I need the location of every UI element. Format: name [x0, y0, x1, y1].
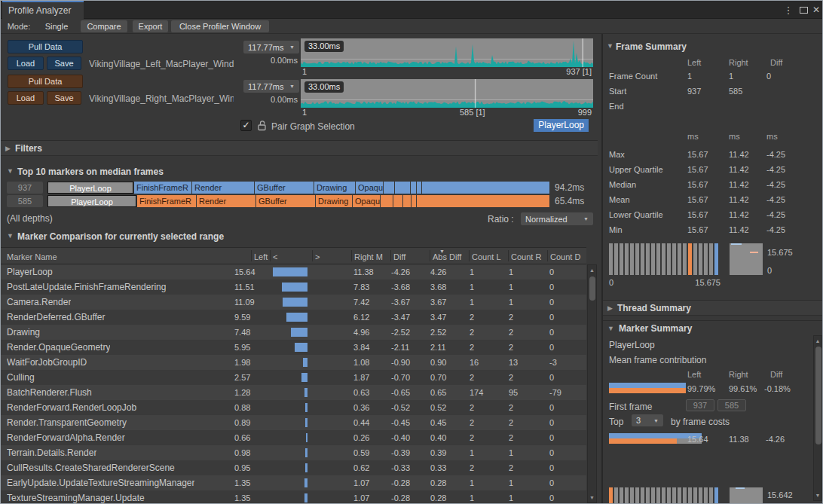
pull-data-right-button[interactable]: Pull Data	[8, 75, 83, 88]
table-row[interactable]: PlayerLoop15.6411.38-4.264.26110	[1, 264, 586, 279]
right-range-dropdown[interactable]: 117.77ms▼	[243, 80, 299, 93]
col-abs-diff[interactable]: Abs Diff	[433, 252, 461, 261]
table-row[interactable]: Drawing7.484.96-2.522.52220	[1, 325, 586, 340]
marker-segment-PlayerLoop[interactable]: PlayerLoop	[47, 195, 136, 207]
col-left-bar[interactable]: <	[273, 252, 277, 261]
marker-segment[interactable]	[412, 195, 416, 207]
table-row[interactable]: PostLateUpdate.FinishFrameRendering11.51…	[1, 279, 586, 295]
left-range-dropdown[interactable]: 117.77ms▼	[243, 41, 299, 53]
histogram-bar	[656, 487, 660, 503]
table-row[interactable]: RenderForward.RenderLoopJob0.880.36-0.52…	[1, 400, 586, 415]
marker-segment-FinishFrameR[interactable]: FinishFrameR	[137, 195, 196, 207]
scrollbar-thumb[interactable]	[815, 347, 821, 444]
load-right-button[interactable]: Load	[8, 91, 44, 105]
first-frame-right-button[interactable]: 585	[717, 399, 746, 411]
marker-segment-PlayerLoop[interactable]: PlayerLoop	[47, 182, 133, 194]
marker-segment-FinishFrameR[interactable]: FinishFrameR	[134, 182, 191, 194]
unlock-icon[interactable]	[257, 119, 268, 131]
scroll-down-icon[interactable]: ▼	[588, 495, 596, 500]
left-frame-graph[interactable]: 33.00ms	[301, 38, 593, 67]
mode-compare-button[interactable]: Compare	[81, 20, 127, 32]
thread-summary-foldout[interactable]: ▶ Thread Summary	[603, 300, 822, 316]
close-profiler-window-button[interactable]: Close Profiler Window	[171, 20, 269, 32]
window-menu-icon[interactable]: ⋮	[783, 3, 794, 17]
mode-single-button[interactable]: Single	[37, 20, 76, 32]
marker-segment[interactable]	[403, 195, 411, 207]
marker-segment[interactable]	[395, 182, 410, 194]
marker-segment-Opaqu[interactable]: Opaqu	[353, 195, 380, 207]
marker-segment-Drawing[interactable]: Drawing	[314, 182, 355, 194]
maximize-icon[interactable]	[797, 3, 809, 17]
table-row[interactable]: RenderForwardAlpha.Render0.660.26-0.400.…	[1, 430, 586, 445]
table-row[interactable]: CullResults.CreateSharedRendererScene0.9…	[1, 460, 586, 475]
table-row[interactable]: BatchRenderer.Flush1.280.63-0.650.651749…	[1, 385, 586, 400]
table-row[interactable]: RenderDeferred.GBuffer9.596.12-3.473.472…	[1, 310, 586, 325]
col-left-median[interactable]: Left Me	[254, 252, 268, 261]
col-count-diff[interactable]: Count D	[550, 252, 585, 261]
frame-index-badge[interactable]: 585	[7, 195, 43, 207]
frame-index-badge[interactable]: 937	[7, 182, 43, 194]
marker-segment-Render[interactable]: Render	[197, 195, 255, 207]
marker-segment[interactable]	[384, 182, 394, 194]
count-diff-value: 0	[549, 460, 554, 475]
first-frame-left-button[interactable]: 937	[686, 399, 714, 411]
save-left-button[interactable]: Save	[47, 57, 81, 70]
col-right-median[interactable]: Right M	[354, 252, 389, 261]
marker-segment[interactable]	[417, 195, 549, 207]
marker-segment[interactable]	[411, 182, 416, 194]
chevron-down-icon[interactable]: ▼	[607, 42, 613, 50]
marker-segment[interactable]	[417, 182, 421, 194]
marker-segment-Drawing[interactable]: Drawing	[316, 195, 352, 207]
table-row[interactable]: Render.TransparentGeometry0.890.44-0.450…	[1, 415, 586, 430]
chevron-down-icon[interactable]: ▼	[7, 167, 14, 175]
marker-segment-Render[interactable]: Render	[192, 182, 254, 194]
tab-profile-analyzer[interactable]: Profile Analyzer	[2, 1, 84, 19]
left-median-bar	[304, 388, 307, 397]
marker-segment-GBuffer[interactable]: GBuffer	[256, 195, 315, 207]
table-row[interactable]: TextureStreamingManager.Update1.351.07-0…	[1, 490, 586, 503]
count-left-value: 1	[470, 445, 474, 460]
scroll-up-icon[interactable]: ▲	[588, 267, 596, 273]
col-count-left[interactable]: Count L	[472, 252, 506, 261]
table-row[interactable]: Camera.Render11.097.42-3.673.67110	[1, 295, 586, 310]
export-button[interactable]: Export	[133, 20, 168, 32]
right-frame-graph[interactable]: 33.00ms	[301, 79, 593, 108]
top-n-dropdown[interactable]: 3▼	[632, 414, 663, 426]
marker-name: Drawing	[7, 325, 40, 340]
scrollbar-thumb[interactable]	[589, 276, 595, 301]
ratio-dropdown[interactable]: Normalized▼	[521, 212, 593, 225]
count-right-value: 2	[509, 325, 513, 340]
table-row[interactable]: WaitForJobGroupID1.981.08-0.900.901613-3	[1, 355, 586, 370]
scroll-up-icon[interactable]: ▲	[814, 338, 821, 344]
pair-graph-checkbox[interactable]: ✓	[240, 120, 252, 131]
summary-scrollbar[interactable]: ▲ ▼	[813, 335, 822, 501]
marker-segment[interactable]	[393, 195, 402, 207]
top10-row[interactable]: 585PlayerLoopFinishFrameRRenderGBufferDr…	[1, 195, 584, 207]
scroll-down-icon[interactable]: ▼	[814, 493, 821, 498]
marker-segment[interactable]	[422, 182, 549, 194]
chevron-down-icon[interactable]: ▼	[7, 232, 14, 240]
filters-foldout[interactable]: ▶ Filters	[1, 140, 598, 156]
table-vertical-scrollbar[interactable]: ▲ ▼	[587, 264, 597, 503]
marker-segment[interactable]	[381, 195, 393, 207]
pull-data-left-button[interactable]: Pull Data	[8, 40, 83, 53]
marker-segment-GBuffer[interactable]: GBuffer	[255, 182, 314, 194]
table-row[interactable]: Terrain.Details.Render0.980.59-0.390.391…	[1, 445, 586, 460]
table-row[interactable]: Culling2.571.87-0.700.70220	[1, 370, 586, 385]
save-right-button[interactable]: Save	[47, 91, 81, 105]
load-left-button[interactable]: Load	[8, 57, 44, 70]
col-marker-name[interactable]: Marker Name	[7, 252, 57, 261]
right-median-value: 6.12	[353, 310, 369, 325]
col-right-bar[interactable]: >	[315, 252, 320, 261]
top10-bar[interactable]: PlayerLoopFinishFrameRRenderGBufferDrawi…	[47, 182, 549, 194]
table-row[interactable]: EarlyUpdate.UpdateTextureStreamingManage…	[1, 475, 586, 490]
close-icon[interactable]: ✕	[810, 3, 822, 17]
top10-bar[interactable]: PlayerLoopFinishFrameRRenderGBufferDrawi…	[47, 195, 549, 207]
table-row[interactable]: Render.OpaqueGeometry5.953.84-2.112.1122…	[1, 340, 586, 355]
col-count-right[interactable]: Count R	[511, 252, 546, 261]
marker-segment-Opaqu[interactable]: Opaqu	[356, 182, 383, 194]
top10-row[interactable]: 937PlayerLoopFinishFrameRRenderGBufferDr…	[1, 182, 584, 194]
col-diff[interactable]: Diff	[393, 252, 405, 261]
marker-summary-foldout[interactable]: ▼ Marker Summary	[603, 320, 822, 336]
selected-marker-chip[interactable]: PlayerLoop	[534, 119, 589, 132]
